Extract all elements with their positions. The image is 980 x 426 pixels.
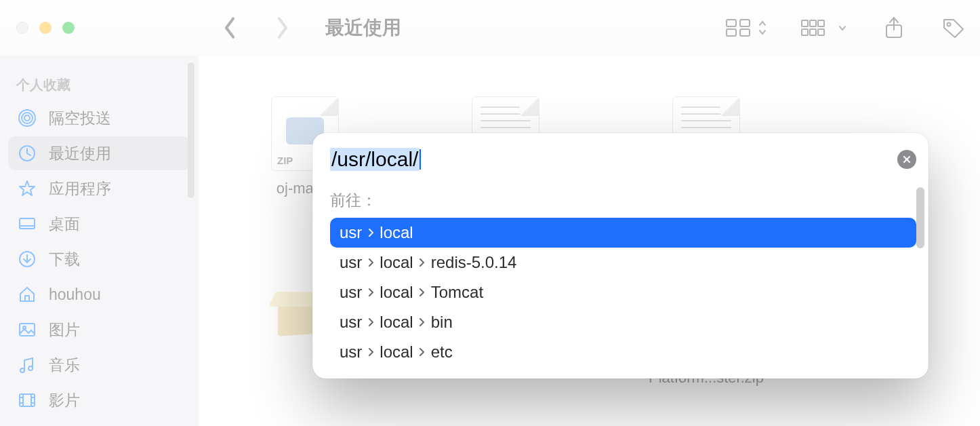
toolbar: 最近使用 <box>0 0 980 56</box>
dialog-scrollbar[interactable] <box>916 187 924 248</box>
svg-rect-5 <box>810 20 816 26</box>
svg-rect-21 <box>25 296 29 301</box>
svg-point-14 <box>22 113 33 123</box>
sidebar-item-label: 应用程序 <box>49 178 111 199</box>
svg-rect-0 <box>727 20 736 26</box>
sidebar-item-label: 音乐 <box>49 355 80 376</box>
fullscreen-window-button[interactable] <box>62 22 75 34</box>
sidebar-item-label: 下载 <box>49 249 80 270</box>
sidebar-item-airdrop[interactable]: 隔空投送 <box>8 101 190 135</box>
tags-button[interactable] <box>941 18 966 38</box>
sidebar-item-apps[interactable]: 应用程序 <box>8 172 190 206</box>
svg-rect-22 <box>20 324 35 336</box>
sidebar-item-music[interactable]: 音乐 <box>8 348 190 382</box>
back-button[interactable] <box>217 18 243 38</box>
sidebar-item-label: 影片 <box>49 390 80 411</box>
music-icon <box>18 355 37 374</box>
sidebar-item-home[interactable]: houhou <box>8 277 190 311</box>
sidebar-item-pictures[interactable]: 图片 <box>8 313 190 347</box>
svg-rect-26 <box>20 394 35 406</box>
home-icon <box>18 285 37 304</box>
svg-rect-2 <box>727 29 736 36</box>
share-button[interactable] <box>881 18 907 38</box>
downloads-icon <box>18 250 37 269</box>
close-window-button[interactable] <box>16 22 28 34</box>
sidebar-item-downloads[interactable]: 下载 <box>8 242 190 276</box>
sidebar-heading: 个人收藏 <box>0 69 199 100</box>
path-suggestion[interactable]: usrlocalTomcat <box>330 277 916 307</box>
path-input[interactable]: /usr/local/ <box>330 148 420 171</box>
path-suggestion[interactable]: usrlocal <box>330 218 916 248</box>
svg-rect-3 <box>740 29 750 36</box>
minimize-window-button[interactable] <box>39 22 52 34</box>
sidebar-item-label: 隔空投送 <box>49 108 111 129</box>
airdrop-icon <box>18 109 37 128</box>
svg-rect-4 <box>802 20 808 26</box>
finder-window: 最近使用 <box>0 0 980 426</box>
clear-input-button[interactable] <box>897 150 916 169</box>
traffic-lights <box>16 22 75 34</box>
sidebar-item-label: 最近使用 <box>49 143 111 164</box>
svg-point-24 <box>20 368 24 372</box>
svg-rect-6 <box>818 20 824 26</box>
svg-rect-9 <box>818 29 824 35</box>
go-to-folder-dialog: /usr/local/ 前往： usrlocalusrlocalredis-5.… <box>312 133 928 379</box>
sidebar-scrollbar[interactable] <box>188 62 195 198</box>
svg-point-25 <box>28 366 33 370</box>
svg-rect-7 <box>802 29 808 35</box>
sidebar-item-desktop[interactable]: 桌面 <box>8 207 190 241</box>
sidebar: 个人收藏 隔空投送最近使用应用程序桌面下载houhou图片音乐影片 <box>0 56 199 426</box>
sidebar-item-movies[interactable]: 影片 <box>8 383 190 417</box>
forward-button[interactable] <box>270 18 295 38</box>
recents-icon <box>18 144 37 163</box>
svg-point-13 <box>24 115 30 121</box>
path-suggestion[interactable]: usrlocaletc <box>330 337 916 367</box>
sidebar-item-label: 图片 <box>49 320 80 341</box>
window-title: 最近使用 <box>325 15 401 41</box>
group-by-button[interactable] <box>801 19 847 37</box>
desktop-icon <box>18 214 37 233</box>
svg-rect-8 <box>810 29 816 35</box>
pictures-icon <box>18 320 37 339</box>
path-suggestion[interactable]: usrlocalredis-5.0.14 <box>330 248 916 277</box>
sidebar-item-label: 桌面 <box>49 214 80 235</box>
svg-point-12 <box>947 23 951 26</box>
view-mode-switcher[interactable] <box>725 18 767 37</box>
sidebar-item-recents[interactable]: 最近使用 <box>8 136 190 170</box>
svg-rect-1 <box>740 20 750 26</box>
goto-label: 前往： <box>330 190 916 211</box>
movies-icon <box>18 391 37 410</box>
svg-rect-17 <box>20 218 35 229</box>
sidebar-item-label: houhou <box>49 286 101 304</box>
apps-icon <box>18 179 37 198</box>
path-suggestion[interactable]: usrlocalbin <box>330 307 916 337</box>
